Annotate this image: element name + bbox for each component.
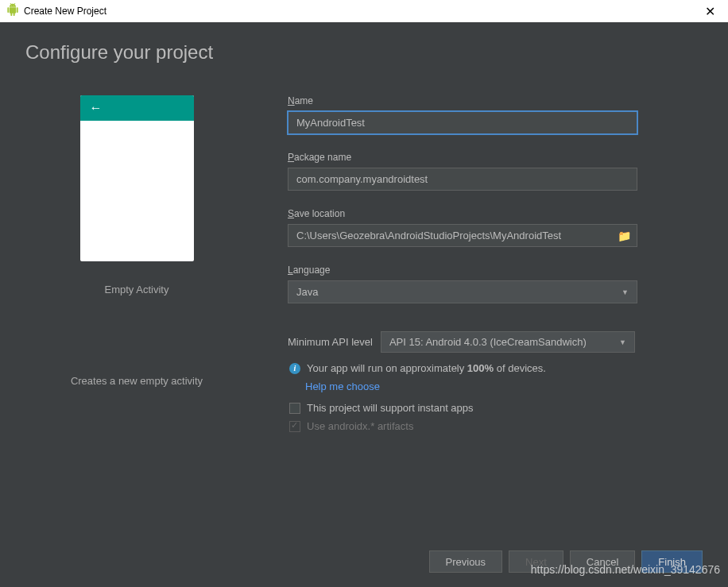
help-me-choose-link[interactable]: Help me choose <box>305 380 703 392</box>
page-title: Configure your project <box>25 41 703 64</box>
info-icon: i <box>289 363 300 374</box>
save-location-input[interactable] <box>288 224 637 247</box>
chevron-down-icon: ▼ <box>622 288 629 296</box>
phone-preview: ← <box>80 95 194 261</box>
device-coverage-text: Your app will run on approximately 100% … <box>307 362 546 374</box>
language-select[interactable]: Java ▼ <box>288 280 637 303</box>
save-location-label: Save location <box>288 208 703 219</box>
window-title: Create New Project <box>24 6 106 17</box>
api-level-select[interactable]: API 15: Android 4.0.3 (IceCreamSandwich)… <box>381 331 635 353</box>
package-input[interactable] <box>288 168 637 191</box>
name-label: Name <box>288 95 703 106</box>
cancel-button[interactable]: Cancel <box>570 550 635 573</box>
api-level-value: API 15: Android 4.0.3 (IceCreamSandwich) <box>389 336 587 348</box>
previous-button[interactable]: Previous <box>429 550 503 573</box>
next-button: Next <box>509 550 563 573</box>
close-icon[interactable]: ✕ <box>699 4 722 19</box>
form-panel: Name Package name Save location 📁 Langua… <box>288 95 703 438</box>
androidx-label: Use androidx.* artifacts <box>307 420 413 432</box>
preview-description: Creates a new empty activity <box>71 375 203 387</box>
phone-preview-header: ← <box>80 95 194 121</box>
instant-apps-checkbox[interactable] <box>289 403 300 414</box>
instant-apps-label: This project will support instant apps <box>307 402 474 414</box>
api-level-label: Minimum API level <box>288 336 373 348</box>
finish-button[interactable]: Finish <box>641 550 703 573</box>
androidx-checkbox <box>289 421 300 432</box>
package-label: Package name <box>288 152 703 163</box>
preview-panel: ← Empty Activity Creates a new empty act… <box>25 95 248 438</box>
device-coverage-info: i Your app will run on approximately 100… <box>288 362 703 374</box>
chevron-down-icon: ▼ <box>619 338 626 346</box>
button-bar: Previous Next Cancel Finish <box>429 550 703 573</box>
language-value: Java <box>296 286 318 298</box>
language-label: Language <box>288 265 703 276</box>
back-arrow-icon: ← <box>90 101 103 115</box>
window-titlebar: Create New Project ✕ <box>0 0 728 22</box>
folder-browse-icon[interactable]: 📁 <box>618 230 631 242</box>
preview-title: Empty Activity <box>105 284 169 295</box>
android-studio-icon <box>6 3 19 19</box>
name-input[interactable] <box>288 111 637 134</box>
dialog-body: Configure your project ← Empty Activity … <box>0 22 728 587</box>
